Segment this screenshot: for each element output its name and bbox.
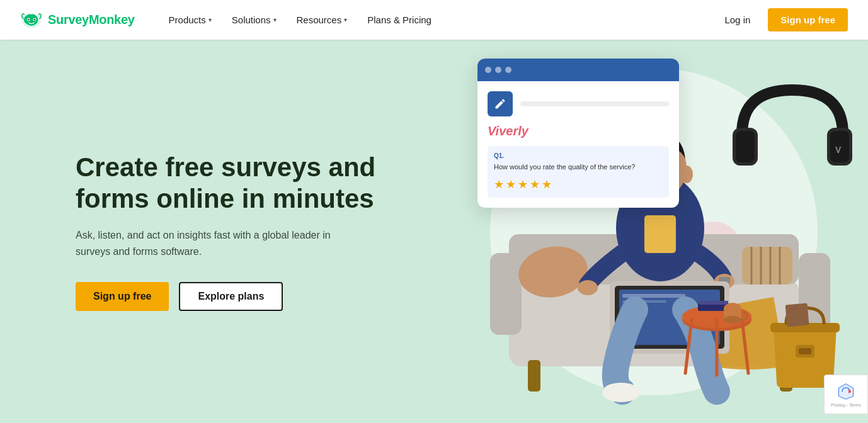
dot-2 xyxy=(495,67,501,73)
navbar-left: SurveyMonkey Products ▾ Solutions ▾ Reso… xyxy=(20,9,440,30)
signup-button-nav[interactable]: Sign up free xyxy=(768,8,848,31)
recaptcha-text: Privacy - Terms xyxy=(831,403,861,407)
svg-point-34 xyxy=(578,280,598,295)
nav-item-solutions[interactable]: Solutions ▾ xyxy=(223,9,285,30)
survey-q-label: Q1. xyxy=(494,152,663,159)
svg-point-4 xyxy=(34,18,35,20)
svg-rect-57 xyxy=(785,303,809,327)
hero-title: Create free surveys and forms online in … xyxy=(76,152,391,215)
chevron-down-icon: ▾ xyxy=(344,16,347,23)
survey-question-text: How would you rate the quality of the se… xyxy=(494,162,663,172)
hero-illustration: Viverly Q1. How would you rate the quali… xyxy=(440,40,868,423)
hero-subtitle: Ask, listen, and act on insights fast wi… xyxy=(76,227,353,259)
hero-explore-button[interactable]: Explore plans xyxy=(179,282,283,311)
hero-buttons: Sign up free Explore plans xyxy=(76,282,391,311)
survey-card-header xyxy=(477,59,679,81)
hero-section: Create free surveys and forms online in … xyxy=(0,40,868,423)
survey-pencil-icon xyxy=(488,91,513,116)
recaptcha-badge: Privacy - Terms xyxy=(824,375,868,414)
logo[interactable]: SurveyMonkey xyxy=(20,11,135,29)
logo-text: SurveyMonkey xyxy=(48,13,135,27)
dot-1 xyxy=(485,67,491,73)
navbar-right: Log in Sign up free xyxy=(714,8,848,31)
svg-rect-23 xyxy=(644,215,676,253)
logo-icon xyxy=(20,11,43,29)
svg-point-3 xyxy=(28,18,29,20)
nav-links: Products ▾ Solutions ▾ Resources ▾ Plans… xyxy=(160,9,440,30)
svg-point-43 xyxy=(603,383,639,398)
hero-signup-button[interactable]: Sign up free xyxy=(76,282,169,311)
svg-rect-14 xyxy=(528,360,540,392)
nav-item-resources[interactable]: Resources ▾ xyxy=(288,9,357,30)
survey-stars: ★★★★★ xyxy=(494,178,663,191)
nav-item-products[interactable]: Products ▾ xyxy=(160,9,220,30)
survey-card-body: Viverly Q1. How would you rate the quali… xyxy=(477,81,679,208)
side-table-illustration xyxy=(679,301,755,385)
svg-point-53 xyxy=(724,316,741,324)
chevron-down-icon: ▾ xyxy=(273,16,277,23)
survey-bar-1 xyxy=(520,101,669,106)
dot-3 xyxy=(505,67,511,73)
navbar: SurveyMonkey Products ▾ Solutions ▾ Reso… xyxy=(0,0,868,40)
survey-brand-name: Viverly xyxy=(488,124,669,138)
hero-content: Create free surveys and forms online in … xyxy=(76,114,391,349)
svg-rect-56 xyxy=(799,348,811,354)
svg-line-47 xyxy=(742,320,748,373)
svg-line-46 xyxy=(685,320,692,373)
svg-rect-17 xyxy=(742,247,792,285)
survey-card-mockup: Viverly Q1. How would you rate the quali… xyxy=(477,59,679,208)
login-button[interactable]: Log in xyxy=(714,9,760,30)
svg-rect-50 xyxy=(699,301,728,305)
survey-question-box: Q1. How would you rate the quality of th… xyxy=(488,146,669,198)
svg-rect-12 xyxy=(490,253,522,335)
chevron-down-icon: ▾ xyxy=(208,16,212,23)
recaptcha-icon xyxy=(836,381,856,402)
svg-point-33 xyxy=(680,166,693,183)
nav-item-plans[interactable]: Plans & Pricing xyxy=(358,9,440,30)
